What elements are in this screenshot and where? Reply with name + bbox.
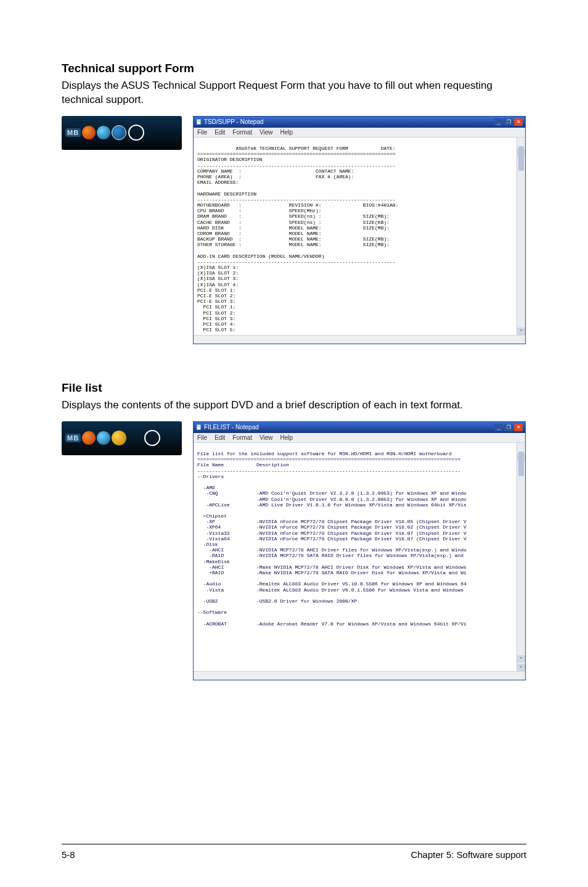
orange-orb-icon — [82, 126, 96, 139]
scroll-thumb[interactable] — [518, 146, 524, 171]
blue-orb-icon-2 — [97, 431, 110, 445]
page-number: 5-8 — [62, 849, 75, 860]
window-title-2: FILELIST - Notepad — [196, 424, 259, 431]
maximize-button-2[interactable]: ❐ — [504, 424, 513, 431]
tech-form-text: ASUSTeK TECHNICAL SUPPORT REQUEST FORM D… — [197, 146, 398, 332]
mb-badge-2: MB — [65, 434, 81, 442]
window-title-1: TSD/SUPP - Notepad — [196, 118, 264, 125]
mb-badge: MB — [65, 128, 81, 137]
notepad-icon — [196, 119, 202, 125]
notepad-window-1: TSD/SUPP - Notepad _ ❐ ✕ File Edit Forma… — [193, 116, 526, 344]
menu-view[interactable]: View — [259, 129, 273, 136]
file-list-text: File list for the included support softw… — [197, 451, 467, 627]
menubar-2: File Edit Format View Help — [194, 433, 525, 443]
thumb-logo: MB — [65, 125, 126, 140]
scroll-down-icon-2[interactable]: ▾ — [517, 655, 525, 662]
highlight-circle-icon-2 — [144, 430, 160, 446]
minimize-button-2[interactable]: _ — [494, 424, 503, 431]
menu-file-2[interactable]: File — [197, 434, 207, 441]
titlebar-1: TSD/SUPP - Notepad _ ❐ ✕ — [194, 117, 525, 128]
menu-help-2[interactable]: Help — [280, 434, 293, 441]
close-button-2[interactable]: ✕ — [514, 424, 523, 431]
menubar-1: File Edit Format View Help — [194, 128, 525, 138]
menu-help[interactable]: Help — [280, 129, 293, 136]
file-list-intro: Displays the contents of the support DVD… — [62, 398, 526, 413]
menu-edit[interactable]: Edit — [214, 129, 225, 136]
scrollbar-2[interactable]: ▴ ▾ ▸ — [517, 443, 525, 671]
highlighted-orb-icon — [112, 125, 126, 140]
window-buttons-2: _ ❐ ✕ — [494, 424, 523, 431]
window-title-text-1: TSD/SUPP - Notepad — [204, 118, 264, 125]
page-footer: 5-8 Chapter 5: Software support — [62, 844, 526, 860]
tech-support-figure: MB TSD/SUPP - Notepad _ ❐ ✕ File — [62, 116, 526, 344]
dvd-menu-thumb-2: MB — [62, 421, 182, 455]
menu-format[interactable]: Format — [232, 129, 252, 136]
dvd-menu-thumb-1: MB — [62, 116, 182, 150]
scroll-right-icon[interactable]: ▸ — [517, 664, 525, 671]
scroll-thumb-2[interactable] — [518, 452, 524, 476]
menu-edit-2[interactable]: Edit — [214, 434, 225, 441]
svg-rect-3 — [197, 424, 200, 429]
maximize-button[interactable]: ❐ — [504, 118, 513, 126]
statusbar-2 — [194, 671, 525, 680]
chapter-label: Chapter 5: Software support — [410, 849, 526, 860]
blue-orb-icon — [97, 126, 110, 139]
titlebar-2: FILELIST - Notepad _ ❐ ✕ — [194, 422, 525, 433]
notepad-window-2: FILELIST - Notepad _ ❐ ✕ File Edit Forma… — [193, 421, 526, 680]
notepad-content-1: ASUSTeK TECHNICAL SUPPORT REQUEST FORM D… — [194, 138, 525, 335]
close-button[interactable]: ✕ — [514, 118, 523, 126]
svg-rect-0 — [197, 120, 200, 125]
orange-orb-icon-2 — [82, 431, 96, 445]
menu-view-2[interactable]: View — [259, 434, 273, 441]
yellow-orb-icon — [112, 431, 126, 445]
notepad-icon-2 — [196, 424, 202, 431]
notepad-content-2: File list for the included support softw… — [194, 443, 525, 671]
statusbar-1 — [194, 335, 525, 344]
menu-file[interactable]: File — [197, 129, 207, 136]
minimize-button[interactable]: _ — [494, 118, 503, 126]
scroll-down-icon[interactable]: ▾ — [517, 328, 525, 335]
tech-support-heading: Technical support Form — [62, 62, 526, 75]
thumb-logo-2: MB — [65, 431, 126, 445]
tech-support-intro: Displays the ASUS Technical Support Requ… — [62, 79, 526, 107]
file-list-heading: File list — [62, 381, 526, 395]
window-title-text-2: FILELIST - Notepad — [204, 424, 259, 431]
highlight-circle-icon — [128, 125, 144, 141]
window-buttons-1: _ ❐ ✕ — [494, 118, 523, 126]
file-list-figure: MB FILELIST - Notepad _ ❐ ✕ File — [62, 421, 526, 680]
scrollbar-1[interactable]: ▴ ▾ — [517, 138, 525, 335]
menu-format-2[interactable]: Format — [232, 434, 252, 441]
